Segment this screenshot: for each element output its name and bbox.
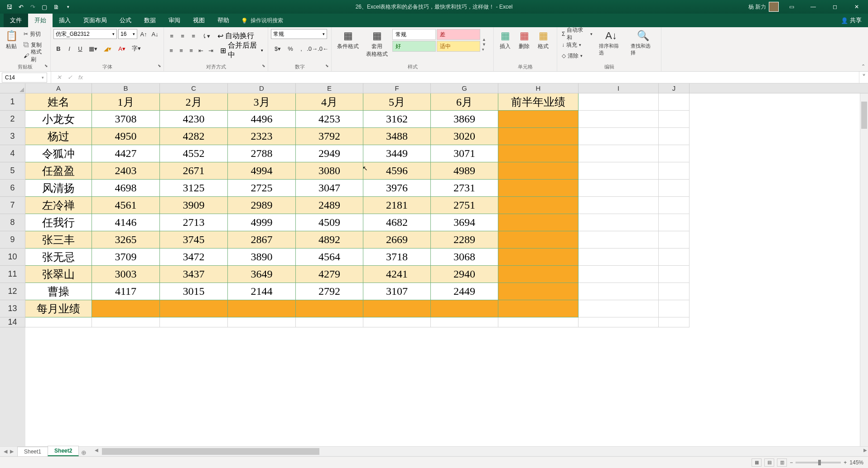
cell-D10[interactable]: 3890 xyxy=(228,249,296,266)
cell-C11[interactable]: 3437 xyxy=(160,266,228,283)
font-name-combo[interactable]: 仿宋_GB2312▾ xyxy=(53,29,117,39)
cell-J9[interactable] xyxy=(659,231,690,249)
cell-E9[interactable]: 4892 xyxy=(296,231,363,249)
select-all-corner[interactable] xyxy=(0,83,25,93)
hscroll-left-icon[interactable]: ◀ xyxy=(95,448,98,453)
cell-H12[interactable] xyxy=(498,283,579,300)
col-header-H[interactable]: H xyxy=(498,83,579,93)
cell-F11[interactable]: 4241 xyxy=(363,266,431,283)
cell-B1[interactable]: 1月 xyxy=(92,93,160,111)
row-header-14[interactable]: 14 xyxy=(0,317,25,327)
orientation-icon[interactable]: ⤹▾ xyxy=(199,31,213,41)
cell-E8[interactable]: 4509 xyxy=(296,214,363,231)
autosum-button[interactable]: Σ自动求和▾ xyxy=(560,29,594,39)
sheet-nav-prev-icon[interactable]: ◀ xyxy=(4,448,7,454)
cut-button[interactable]: ✂剪切 xyxy=(22,29,48,39)
col-header-D[interactable]: D xyxy=(228,83,296,93)
cell-J6[interactable] xyxy=(659,180,690,197)
cell-A7[interactable]: 左冷禅 xyxy=(25,197,92,214)
conditional-format-button[interactable]: ▦条件格式 xyxy=(334,29,362,51)
cell-F6[interactable]: 3976 xyxy=(363,180,431,197)
cell-G7[interactable]: 2751 xyxy=(431,197,498,214)
cell-J8[interactable] xyxy=(659,214,690,231)
border-icon[interactable]: ▦▾ xyxy=(86,44,100,54)
row-header-4[interactable]: 4 xyxy=(0,145,25,162)
cell-B4[interactable]: 4427 xyxy=(92,145,160,162)
cell-J7[interactable] xyxy=(659,197,690,214)
cell-C1[interactable]: 2月 xyxy=(160,93,228,111)
sheet-tab-1[interactable]: Sheet1 xyxy=(17,447,48,456)
cell-A11[interactable]: 张翠山 xyxy=(25,266,92,283)
cell-D8[interactable]: 4999 xyxy=(228,214,296,231)
cell-F14[interactable] xyxy=(363,317,431,327)
cell-H13[interactable] xyxy=(498,300,579,317)
cell-G6[interactable]: 2731 xyxy=(431,180,498,197)
cell-A10[interactable]: 张无忌 xyxy=(25,249,92,266)
insert-cells-button[interactable]: ▦插入 xyxy=(497,29,514,51)
ribbon-options-icon[interactable]: ▭ xyxy=(782,0,800,13)
cell-G10[interactable]: 3068 xyxy=(431,249,498,266)
cell-C4[interactable]: 4552 xyxy=(160,145,228,162)
cell-J2[interactable] xyxy=(659,111,690,128)
cell-B14[interactable] xyxy=(92,317,160,327)
share-button[interactable]: 👤 共享 xyxy=(834,14,868,27)
page-layout-view-icon[interactable]: ▤ xyxy=(764,458,774,467)
cell-D2[interactable]: 4496 xyxy=(228,111,296,128)
comma-icon[interactable]: , xyxy=(296,44,306,54)
expand-formula-bar-icon[interactable]: ˅ xyxy=(859,72,868,83)
tab-home[interactable]: 开始 xyxy=(28,14,53,27)
cell-E12[interactable]: 2792 xyxy=(296,283,363,300)
align-bottom-icon[interactable]: ≡ xyxy=(188,31,198,41)
cell-J13[interactable] xyxy=(659,300,690,317)
sheet-tab-2[interactable]: Sheet2 xyxy=(48,446,79,456)
decrease-decimal-icon[interactable]: .0← xyxy=(318,44,328,54)
align-right-icon[interactable]: ≡ xyxy=(187,45,196,55)
cell-F10[interactable]: 3718 xyxy=(363,249,431,266)
cell-I6[interactable] xyxy=(579,180,659,197)
increase-indent-icon[interactable]: ⇥ xyxy=(207,45,216,55)
cell-J14[interactable] xyxy=(659,317,690,327)
number-launcher-icon[interactable]: ⬊ xyxy=(324,63,330,70)
cell-E13[interactable] xyxy=(296,300,363,317)
cell-F12[interactable]: 3107 xyxy=(363,283,431,300)
cell-I11[interactable] xyxy=(579,266,659,283)
cell-D11[interactable]: 3649 xyxy=(228,266,296,283)
font-launcher-icon[interactable]: ⬊ xyxy=(156,63,163,70)
col-header-I[interactable]: I xyxy=(579,83,659,93)
new-icon[interactable]: ▢ xyxy=(40,2,49,11)
cell-J12[interactable] xyxy=(659,283,690,300)
cell-H1[interactable]: 前半年业绩 xyxy=(498,93,579,111)
merge-center-button[interactable]: ⊞合并后居中▾ xyxy=(218,45,265,55)
tell-me-search[interactable]: 💡 操作说明搜索 xyxy=(236,14,289,27)
cell-D6[interactable]: 2725 xyxy=(228,180,296,197)
cell-E5[interactable]: 3080 xyxy=(296,162,363,180)
cell-B8[interactable]: 4146 xyxy=(92,214,160,231)
cell-A4[interactable]: 令狐冲 xyxy=(25,145,92,162)
user-area[interactable]: 杨 新力 xyxy=(748,2,779,12)
increase-decimal-icon[interactable]: .0→ xyxy=(307,44,317,54)
bold-icon[interactable]: B xyxy=(53,44,63,54)
cell-E10[interactable]: 4564 xyxy=(296,249,363,266)
col-header-B[interactable]: B xyxy=(92,83,160,93)
row-header-11[interactable]: 11 xyxy=(0,266,25,283)
cell-E6[interactable]: 3047 xyxy=(296,180,363,197)
tab-review[interactable]: 审阅 xyxy=(162,14,187,27)
cell-F4[interactable]: 3449 xyxy=(363,145,431,162)
cell-I1[interactable] xyxy=(579,93,659,111)
cell-D1[interactable]: 3月 xyxy=(228,93,296,111)
horizontal-scrollbar[interactable]: ◀ ▶ xyxy=(94,447,868,456)
cell-D14[interactable] xyxy=(228,317,296,327)
cell-B6[interactable]: 4698 xyxy=(92,180,160,197)
cell-I2[interactable] xyxy=(579,111,659,128)
tab-file[interactable]: 文件 xyxy=(4,14,28,27)
cell-J4[interactable] xyxy=(659,145,690,162)
cell-H11[interactable] xyxy=(498,266,579,283)
cell-A9[interactable]: 张三丰 xyxy=(25,231,92,249)
cell-G11[interactable]: 2940 xyxy=(431,266,498,283)
cell-D5[interactable]: 4994 xyxy=(228,162,296,180)
row-header-8[interactable]: 8 xyxy=(0,214,25,231)
alignment-launcher-icon[interactable]: ⬊ xyxy=(260,63,267,70)
undo-icon[interactable]: ↶ xyxy=(16,2,25,11)
cell-C8[interactable]: 2713 xyxy=(160,214,228,231)
style-bad[interactable]: 差 xyxy=(437,29,480,40)
